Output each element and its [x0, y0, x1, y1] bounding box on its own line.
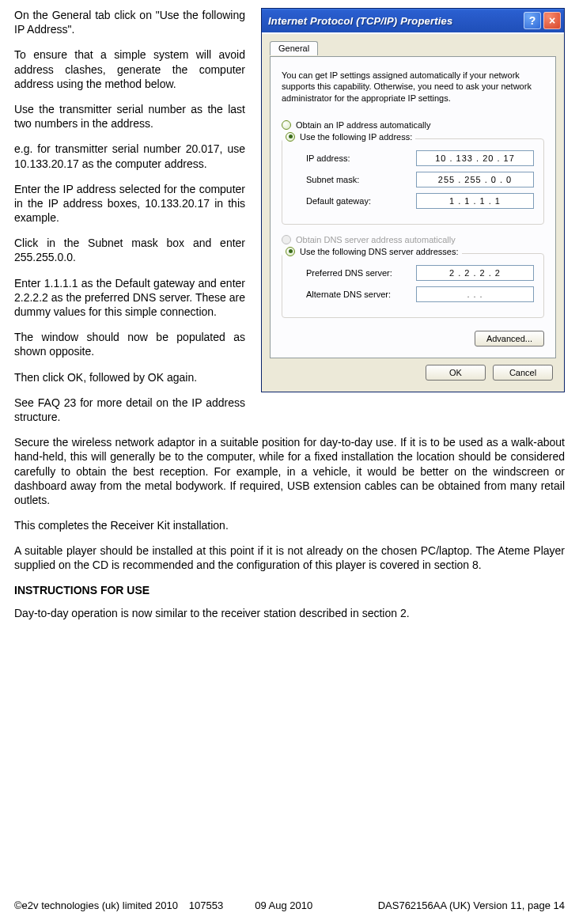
full-width-paragraph: A suitable player should be installed at… [14, 543, 565, 572]
footer-pageid: DAS762156AA (UK) Version 11, page 14 [360, 899, 565, 911]
section-heading: INSTRUCTIONS FOR USE [14, 584, 565, 596]
close-button[interactable]: × [543, 12, 561, 29]
preferred-dns-label: Preferred DNS server: [306, 268, 416, 278]
footer-docnum: 107553 [189, 899, 255, 911]
page-footer: ©e2v technologies (uk) limited 2010 1075… [14, 899, 565, 911]
full-width-paragraph: This completes the Receiver Kit installa… [14, 518, 565, 532]
tcpip-properties-dialog: Internet Protocol (TCP/IP) Properties ? … [261, 8, 565, 392]
radio-use-following-dns[interactable]: Use the following DNS server addresses: [282, 244, 462, 259]
titlebar: Internet Protocol (TCP/IP) Properties ? … [262, 9, 564, 32]
ok-button[interactable]: OK [426, 365, 486, 381]
alternate-dns-label: Alternate DNS server: [306, 290, 416, 299]
field-ip-address: IP address: 10 . 133 . 20 . 17 [292, 150, 534, 166]
dns-server-group: Use the following DNS server addresses: … [282, 253, 544, 318]
instruction-paragraph: On the General tab click on "Use the fol… [14, 8, 245, 36]
default-gateway-label: Default gateway: [306, 196, 416, 206]
radio-label: Obtain DNS server address automatically [296, 235, 456, 244]
intro-text: You can get IP settings assigned automat… [282, 70, 544, 104]
instruction-paragraph: Then click OK, followed by OK again. [14, 370, 245, 384]
field-alternate-dns: Alternate DNS server: . . . [292, 286, 534, 302]
full-width-paragraph: Secure the wireless network adaptor in a… [14, 435, 565, 507]
preferred-dns-input[interactable]: 2 . 2 . 2 . 2 [416, 265, 534, 281]
tab-panel-general: You can get IP settings assigned automat… [270, 56, 556, 358]
full-width-paragraph: Day-to-day operation is now similar to t… [14, 606, 565, 620]
ip-address-input[interactable]: 10 . 133 . 20 . 17 [416, 150, 534, 166]
tcpip-dialog-screenshot: Internet Protocol (TCP/IP) Properties ? … [261, 8, 565, 392]
instruction-paragraph: See FAQ 23 for more detail on the IP add… [14, 396, 245, 424]
subnet-mask-input[interactable]: 255 . 255 . 0 . 0 [416, 172, 534, 187]
instruction-left-column: On the General tab click on "Use the fol… [14, 8, 245, 435]
help-button[interactable]: ? [524, 12, 541, 29]
ip-address-label: IP address: [306, 153, 416, 163]
radio-icon [282, 120, 291, 130]
instruction-paragraph: Enter 1.1.1.1 as the Default gateway and… [14, 276, 245, 320]
field-preferred-dns: Preferred DNS server: 2 . 2 . 2 . 2 [292, 265, 534, 281]
tab-general[interactable]: General [270, 41, 318, 55]
ip-address-group: Use the following IP address: IP address… [282, 138, 544, 225]
default-gateway-input[interactable]: 1 . 1 . 1 . 1 [416, 193, 534, 209]
tab-strip: General [270, 40, 556, 56]
radio-label: Obtain an IP address automatically [296, 120, 430, 130]
radio-icon [282, 235, 291, 244]
radio-use-following-ip[interactable]: Use the following IP address: [282, 130, 415, 144]
instruction-paragraph: Use the transmitter serial number as the… [14, 102, 245, 131]
radio-icon [286, 132, 295, 142]
dialog-button-row: OK Cancel [270, 358, 556, 384]
radio-label: Use the following IP address: [300, 132, 412, 142]
subnet-mask-label: Subnet mask: [306, 175, 416, 184]
alternate-dns-input[interactable]: . . . [416, 286, 534, 302]
footer-copyright: ©e2v technologies (uk) limited 2010 [14, 899, 189, 911]
advanced-button[interactable]: Advanced... [475, 331, 544, 346]
dialog-title: Internet Protocol (TCP/IP) Properties [268, 15, 521, 27]
radio-label: Use the following DNS server addresses: [300, 247, 459, 256]
field-default-gateway: Default gateway: 1 . 1 . 1 . 1 [292, 193, 534, 209]
radio-icon [286, 247, 295, 256]
footer-date: 09 Aug 2010 [255, 899, 360, 911]
field-subnet-mask: Subnet mask: 255 . 255 . 0 . 0 [292, 172, 534, 187]
instruction-paragraph: Enter the IP address selected for the co… [14, 182, 245, 225]
instruction-paragraph: To ensure that a simple system will avoi… [14, 47, 245, 91]
instruction-paragraph: The window should now be populated as sh… [14, 330, 245, 358]
instruction-paragraph: e.g. for transmitter serial number 20.01… [14, 142, 245, 170]
cancel-button[interactable]: Cancel [493, 365, 553, 381]
dialog-body: General You can get IP settings assigned… [262, 32, 564, 392]
advanced-row: Advanced... [282, 326, 544, 346]
instruction-paragraph: Click in the Subnet mask box and enter 2… [14, 236, 245, 264]
